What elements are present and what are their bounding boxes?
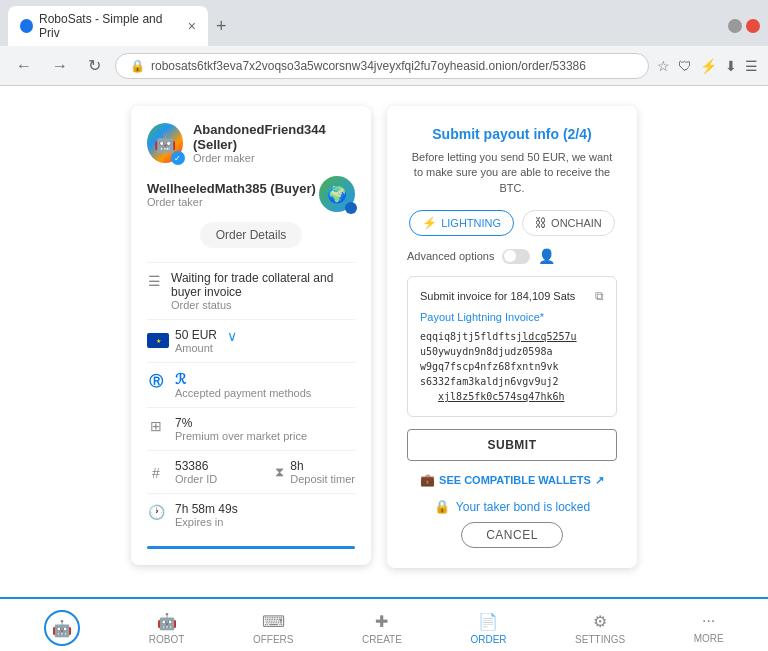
right-payout-card: Submit payout info (2/4) Before letting … — [387, 106, 637, 568]
seller-badge: ✓ — [171, 151, 185, 165]
settings-nav-icon: ⚙ — [593, 612, 607, 631]
invoice-box: Submit invoice for 184,109 Sats ⧉ Payout… — [407, 276, 617, 417]
shield-icon[interactable]: 🛡 — [678, 58, 692, 74]
external-link-icon: ↗ — [595, 474, 604, 487]
invoice-text: eqqiq8jtj5fldftsjldcq5257u u50ywuydn9n8d… — [420, 329, 604, 404]
bottom-navigation: 🤖 🤖 ROBOT ⌨ OFFERS ✚ CREATE 📄 ORDER ⚙ SE… — [0, 597, 768, 651]
robot-nav-item[interactable]: 🤖 — [44, 610, 80, 646]
new-tab-button[interactable]: + — [208, 12, 235, 41]
url-text: robosats6tkf3eva7x2voqso3a5wcorsnw34jvey… — [151, 59, 586, 73]
window-minimize-button[interactable] — [728, 19, 742, 33]
submit-button[interactable]: SUBMIT — [407, 429, 617, 461]
back-button[interactable]: ← — [10, 53, 38, 79]
buyer-name: WellheeledMath385 (Buyer) — [147, 181, 316, 196]
amount-label: 50 EUR — [175, 328, 217, 342]
cancel-button[interactable]: CANCEL — [461, 522, 563, 548]
order-nav-label: ORDER — [470, 634, 506, 645]
order-details-button[interactable]: Order Details — [200, 222, 303, 248]
robot-nav-label-item[interactable]: 🤖 ROBOT — [149, 612, 185, 645]
create-nav-icon: ✚ — [375, 612, 388, 631]
advanced-toggle[interactable] — [502, 249, 530, 264]
status-icon: ☰ — [147, 273, 161, 289]
compatible-wallets-link[interactable]: 💼 SEE COMPATIBLE WALLETS ↗ — [407, 473, 617, 487]
menu-icon[interactable]: ☰ — [745, 58, 758, 74]
status-sub: Order status — [171, 299, 355, 311]
amount-sub: Amount — [175, 342, 217, 354]
advanced-options-row: Advanced options 👤 — [407, 248, 617, 264]
payment-tabs: ⚡ LIGHTNING ⛓ ONCHAIN — [407, 210, 617, 236]
premium-icon: ⊞ — [147, 418, 165, 434]
advanced-options-label: Advanced options — [407, 250, 494, 262]
premium-row: ⊞ 7% Premium over market price — [147, 407, 355, 450]
order-nav-icon: 📄 — [478, 612, 498, 631]
address-bar[interactable]: 🔒 robosats6tkf3eva7x2voqso3a5wcorsnw34jv… — [115, 53, 649, 79]
wallet-icon: 💼 — [420, 473, 435, 487]
settings-nav-label: SETTINGS — [575, 634, 625, 645]
offers-nav-label: OFFERS — [253, 634, 294, 645]
invoice-link[interactable]: Payout Lightning Invoice* — [420, 311, 604, 323]
expires-sub: Expires in — [175, 516, 238, 528]
bond-locked-notice: 🔒 Your taker bond is locked — [407, 499, 617, 514]
premium-label: 7% — [175, 416, 307, 430]
more-nav-item[interactable]: ··· MORE — [694, 612, 724, 644]
window-close-button[interactable] — [746, 19, 760, 33]
revolut-icon: Ⓡ — [147, 373, 165, 391]
seller-name: AbandonedFriend344 (Seller) — [193, 122, 355, 152]
deposit-timer-label: 8h — [290, 459, 355, 473]
premium-sub: Premium over market price — [175, 430, 307, 442]
toggle-knob — [504, 250, 516, 262]
lock-icon: 🔒 — [434, 499, 450, 514]
lightning-tab[interactable]: ⚡ LIGHTNING — [409, 210, 514, 236]
refresh-button[interactable]: ↻ — [82, 52, 107, 79]
payment-row: Ⓡ ℛ Accepted payment methods — [147, 362, 355, 407]
tab-favicon — [20, 19, 33, 33]
buyer-role: Order taker — [147, 196, 316, 208]
copy-icon[interactable]: ⧉ — [595, 289, 604, 303]
robot-circle: 🤖 — [44, 610, 80, 646]
more-nav-label: MORE — [694, 633, 724, 644]
flag-icon: ★ — [147, 330, 165, 348]
download-icon[interactable]: ⬇ — [725, 58, 737, 74]
bond-locked-text: Your taker bond is locked — [456, 500, 590, 514]
status-row: ☰ Waiting for trade collateral and buyer… — [147, 262, 355, 319]
expires-label: 7h 58m 49s — [175, 502, 238, 516]
create-nav-item[interactable]: ✚ CREATE — [362, 612, 402, 645]
hourglass-icon: ⧗ — [275, 464, 284, 480]
create-nav-label: CREATE — [362, 634, 402, 645]
tab-close-button[interactable]: × — [188, 18, 196, 34]
order-nav-item[interactable]: 📄 ORDER — [470, 612, 506, 645]
submit-description: Before letting you send 50 EUR, we want … — [407, 150, 617, 196]
settings-nav-item[interactable]: ⚙ SETTINGS — [575, 612, 625, 645]
lightning-label: LIGHTNING — [441, 217, 501, 229]
payment-label: ℛ — [175, 371, 311, 387]
forward-button[interactable]: → — [46, 53, 74, 79]
more-nav-icon: ··· — [702, 612, 715, 630]
amount-chevron-icon[interactable]: ∨ — [227, 328, 237, 344]
wallet-link-label: SEE COMPATIBLE WALLETS — [439, 474, 591, 486]
robot-nav-label: ROBOT — [149, 634, 185, 645]
chain-icon: ⛓ — [535, 216, 547, 230]
progress-bar — [147, 546, 355, 549]
offers-nav-icon: ⌨ — [262, 612, 285, 631]
robot-nav-icon: 🤖 — [157, 612, 177, 631]
invoice-sats-label: Submit invoice for 184,109 Sats — [420, 290, 575, 302]
page-content: 🤖 ✓ AbandonedFriend344 (Seller) Order ma… — [0, 86, 768, 597]
deposit-timer-sub: Deposit timer — [290, 473, 355, 485]
payment-sub: Accepted payment methods — [175, 387, 311, 399]
order-id-label: 53386 — [175, 459, 217, 473]
submit-title: Submit payout info (2/4) — [407, 126, 617, 142]
lightning-icon: ⚡ — [422, 216, 437, 230]
extension-icon[interactable]: ⚡ — [700, 58, 717, 74]
onchain-tab[interactable]: ⛓ ONCHAIN — [522, 210, 615, 236]
hash-icon: # — [147, 465, 165, 481]
buyer-badge — [345, 202, 357, 214]
person-icon: 👤 — [538, 248, 555, 264]
bookmark-icon[interactable]: ☆ — [657, 58, 670, 74]
onchain-label: ONCHAIN — [551, 217, 602, 229]
offers-nav-item[interactable]: ⌨ OFFERS — [253, 612, 294, 645]
order-id-sub: Order ID — [175, 473, 217, 485]
left-order-card: 🤖 ✓ AbandonedFriend344 (Seller) Order ma… — [131, 106, 371, 565]
seller-role: Order maker — [193, 152, 355, 164]
amount-row: ★ 50 EUR Amount ∨ — [147, 319, 355, 362]
tab-title: RoboSats - Simple and Priv — [39, 12, 176, 40]
